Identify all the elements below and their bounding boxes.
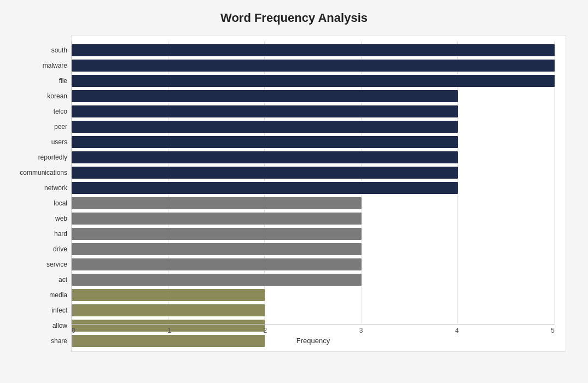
bar-row: reportedly xyxy=(72,150,555,164)
chart-title: Word Frequency Analysis xyxy=(22,11,566,25)
bar-act xyxy=(72,274,362,286)
bar-label: peer xyxy=(4,123,67,131)
bar-infect xyxy=(72,304,265,316)
bar-row: communications xyxy=(72,166,555,180)
bar-hard xyxy=(72,228,362,240)
bar-local xyxy=(72,197,362,209)
bar-label: drive xyxy=(4,245,67,253)
bar-label: korean xyxy=(4,92,67,100)
bar-row: infect xyxy=(72,303,555,317)
x-axis-ticks: 012345 xyxy=(72,325,555,334)
bar-row: network xyxy=(72,181,555,195)
bar-row: service xyxy=(72,257,555,272)
bar-peer xyxy=(72,121,458,133)
bar-row: media xyxy=(72,288,555,302)
bar-label: allow xyxy=(4,322,67,329)
bar-drive xyxy=(72,243,362,255)
bar-network xyxy=(72,182,458,194)
bar-label: telco xyxy=(4,108,67,115)
x-tick: 1 xyxy=(167,327,171,334)
bar-korean xyxy=(72,90,458,102)
bar-label: share xyxy=(4,337,67,345)
bar-label: communications xyxy=(4,169,67,176)
bar-service xyxy=(72,258,362,270)
bar-media xyxy=(72,289,265,301)
bar-communications xyxy=(72,167,458,179)
bar-row: peer xyxy=(72,120,555,134)
bar-label: act xyxy=(4,276,67,284)
bars-wrapper: southmalwarefilekoreantelcopeerusersrepo… xyxy=(72,41,566,324)
bar-row: hard xyxy=(72,227,555,241)
bar-row: users xyxy=(72,135,555,149)
bar-row: malware xyxy=(72,58,555,73)
bar-reportedly xyxy=(72,151,458,163)
bar-label: hard xyxy=(4,230,67,238)
x-tick: 0 xyxy=(72,327,75,334)
chart-area: southmalwarefilekoreantelcopeerusersrepo… xyxy=(71,35,566,352)
bar-label: media xyxy=(4,291,67,299)
bar-label: web xyxy=(4,215,67,222)
bar-users xyxy=(72,136,458,148)
bar-row: telco xyxy=(72,104,555,119)
bar-label: users xyxy=(4,138,67,146)
bar-file xyxy=(72,75,555,87)
x-axis: 012345 Frequency xyxy=(72,324,555,351)
bar-malware xyxy=(72,60,555,72)
bar-label: infect xyxy=(4,307,67,314)
bar-label: reportedly xyxy=(4,154,67,161)
bar-label: malware xyxy=(4,62,67,69)
bar-label: south xyxy=(4,46,67,54)
bar-web xyxy=(72,213,362,225)
bar-row: korean xyxy=(72,89,555,103)
bar-row: act xyxy=(72,273,555,287)
bar-row: file xyxy=(72,74,555,88)
bar-label: file xyxy=(4,77,67,85)
bar-label: service xyxy=(4,261,67,268)
chart-container: Word Frequency Analysis southmalwarefile… xyxy=(0,0,588,383)
bar-row: drive xyxy=(72,242,555,256)
bar-south xyxy=(72,44,555,56)
bar-row: local xyxy=(72,196,555,210)
bar-label: network xyxy=(4,184,67,192)
x-tick: 3 xyxy=(359,327,363,334)
x-axis-label: Frequency xyxy=(72,337,555,345)
x-tick: 2 xyxy=(264,327,267,334)
x-tick: 5 xyxy=(551,327,555,334)
bar-row: south xyxy=(72,43,555,57)
bar-row: web xyxy=(72,211,555,226)
bar-label: local xyxy=(4,199,67,207)
x-tick: 4 xyxy=(455,327,459,334)
bar-telco xyxy=(72,105,458,117)
